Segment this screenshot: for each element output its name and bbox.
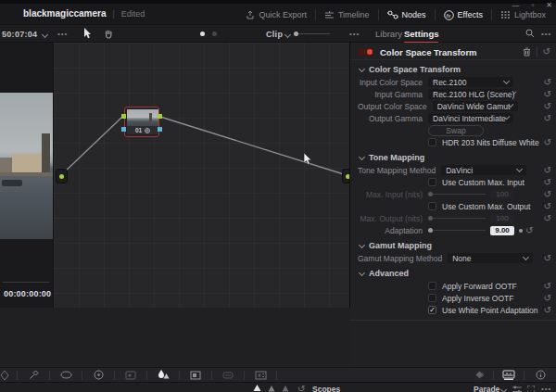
timeline-button[interactable]: Timeline xyxy=(316,8,378,21)
color-warper-icon[interactable] xyxy=(147,368,179,382)
keyframes-icon[interactable] xyxy=(465,368,493,382)
input-color-space-select[interactable]: Rec.2100 xyxy=(428,77,513,87)
use-white-point-adaptation-checkbox[interactable]: ✓ xyxy=(428,306,436,314)
node-key-output[interactable] xyxy=(158,127,162,132)
pin-a-icon[interactable] xyxy=(253,385,261,392)
pin-c-icon[interactable] xyxy=(282,386,289,392)
hdr-grade-icon[interactable] xyxy=(82,368,114,382)
node-thumbnail xyxy=(127,109,158,127)
reset-icon[interactable]: ↺ xyxy=(544,214,551,223)
reset-icon[interactable]: ↺ xyxy=(525,226,533,235)
timeline-icon xyxy=(324,11,335,19)
color-match-icon[interactable] xyxy=(18,368,49,382)
section-tone-mapping[interactable]: Tone Mapping xyxy=(350,148,556,164)
reset-icon[interactable]: ↺ xyxy=(544,102,551,111)
panel-options-menu[interactable]: ••• xyxy=(541,30,551,38)
panel-separator xyxy=(350,320,556,321)
reset-icon[interactable]: ↺ xyxy=(544,306,551,315)
graph-zoom-track[interactable] xyxy=(298,33,330,34)
reset-icon[interactable]: ↺ xyxy=(544,114,551,123)
graph-output-socket[interactable] xyxy=(342,169,350,183)
reset-icon[interactable]: ↺ xyxy=(544,202,551,211)
input-gamma-select[interactable]: Rec.2100 HLG (Scene) xyxy=(428,89,513,99)
viewer-options-menu[interactable]: ••• xyxy=(57,30,68,38)
effects-icon: fx xyxy=(444,10,454,20)
graph-page-dot-active[interactable] xyxy=(200,32,205,36)
section-chevron-icon xyxy=(359,65,365,71)
output-color-space-select[interactable]: DaVinci Wide Gamut xyxy=(433,101,518,111)
section-color-space-transform[interactable]: Color Space Transform xyxy=(350,60,556,76)
tone-mapping-method-select[interactable]: DaVinci xyxy=(441,165,526,175)
use-custom-max-output-checkbox[interactable] xyxy=(428,202,436,210)
tab-settings[interactable]: Settings xyxy=(404,29,438,44)
reset-icon[interactable]: ↺ xyxy=(544,90,551,99)
windows-icon[interactable] xyxy=(180,368,211,382)
color-wheels-icon[interactable] xyxy=(50,368,82,382)
parade-select[interactable]: Parade xyxy=(474,385,499,392)
node-connections xyxy=(54,43,350,308)
reset-icon[interactable]: ↺ xyxy=(544,138,551,147)
node-graph[interactable]: 01 xyxy=(54,43,350,308)
apply-inverse-ootf-checkbox[interactable] xyxy=(428,294,436,302)
lightbox-button[interactable]: Lightbox xyxy=(492,8,554,21)
graph-options-menu[interactable]: ••• xyxy=(349,30,360,38)
scopes-options-menu[interactable]: ••• xyxy=(541,385,551,392)
adaptation-value-input[interactable]: 9.00 xyxy=(490,226,514,235)
output-gamma-select[interactable]: DaVinci Intermediate xyxy=(428,113,513,123)
hand-tool-icon[interactable] xyxy=(104,29,114,39)
camera-raw-icon[interactable] xyxy=(0,368,17,382)
graph-page-dot[interactable] xyxy=(212,32,217,36)
source-node-socket[interactable] xyxy=(56,169,68,183)
param-row-use-custom-max-input: Use Custom Max. Input ↺ xyxy=(350,176,556,188)
quick-export-button[interactable]: Quick Export xyxy=(237,8,315,21)
reset-icon[interactable]: ↺ xyxy=(544,294,551,303)
param-row-adaptation: Adaptation 9.00 ↺ xyxy=(350,224,556,236)
effect-reset-icon[interactable]: ↺ xyxy=(543,47,550,57)
node-rgb-input[interactable] xyxy=(121,114,126,119)
use-custom-max-input-checkbox[interactable] xyxy=(428,178,436,186)
keyframe-dot-icon[interactable] xyxy=(519,229,523,233)
clip-mode-label[interactable]: Clip xyxy=(266,30,283,39)
swap-button[interactable]: Swap xyxy=(428,125,484,136)
tracker-icon[interactable] xyxy=(212,368,244,382)
reset-icon[interactable]: ↺ xyxy=(544,178,551,187)
info-icon[interactable] xyxy=(524,368,556,382)
adaptation-slider[interactable] xyxy=(428,230,486,231)
scopes-reset-icon[interactable]: ↺ xyxy=(297,385,305,392)
nodes-button[interactable]: Nodes xyxy=(379,8,435,21)
title-separator: | xyxy=(113,9,115,19)
pointer-tool-icon[interactable] xyxy=(83,28,92,39)
clip-chevron-icon[interactable] xyxy=(284,32,291,38)
expand-icon[interactable] xyxy=(527,386,535,392)
hdr-diffuse-white-checkbox[interactable] xyxy=(428,138,436,146)
param-row-input-color-space: Input Color Space Rec.2100 ↺ xyxy=(350,76,556,88)
curves-icon[interactable] xyxy=(115,368,146,382)
node-rgb-output[interactable] xyxy=(158,114,162,119)
gamut-mapping-method-select[interactable]: None xyxy=(448,253,533,263)
project-status: Edited xyxy=(121,9,145,19)
corrector-node-01[interactable]: 01 xyxy=(124,107,159,137)
section-gamut-mapping[interactable]: Gamut Mapping xyxy=(350,236,556,252)
reset-icon[interactable]: ↺ xyxy=(544,78,551,87)
scopes-icon[interactable] xyxy=(494,368,524,382)
effect-enable-toggle[interactable] xyxy=(358,48,373,56)
reset-icon[interactable]: ↺ xyxy=(544,166,551,175)
lower-band xyxy=(0,308,350,367)
reset-icon[interactable]: ↺ xyxy=(544,190,551,199)
timecode-chevron-icon[interactable] xyxy=(42,32,48,38)
scope-settings-icon[interactable] xyxy=(512,386,522,392)
apply-forward-ootf-checkbox[interactable] xyxy=(428,282,436,290)
effects-button[interactable]: fx Effects xyxy=(436,8,491,21)
node-key-input[interactable] xyxy=(121,127,126,132)
reset-icon[interactable]: ↺ xyxy=(544,254,551,263)
reset-icon[interactable]: ↺ xyxy=(544,282,551,291)
lightbox-icon xyxy=(500,10,511,19)
section-advanced[interactable]: Advanced xyxy=(350,264,556,280)
tab-library[interactable]: Library xyxy=(375,29,402,42)
playhead-timecode: 50:07:04 xyxy=(2,30,37,39)
search-icon[interactable] xyxy=(525,29,535,38)
sizing-icon[interactable] xyxy=(245,368,276,382)
trash-icon[interactable] xyxy=(523,47,531,57)
pin-b-icon[interactable] xyxy=(268,386,275,392)
chevron-down-icon xyxy=(509,103,514,108)
